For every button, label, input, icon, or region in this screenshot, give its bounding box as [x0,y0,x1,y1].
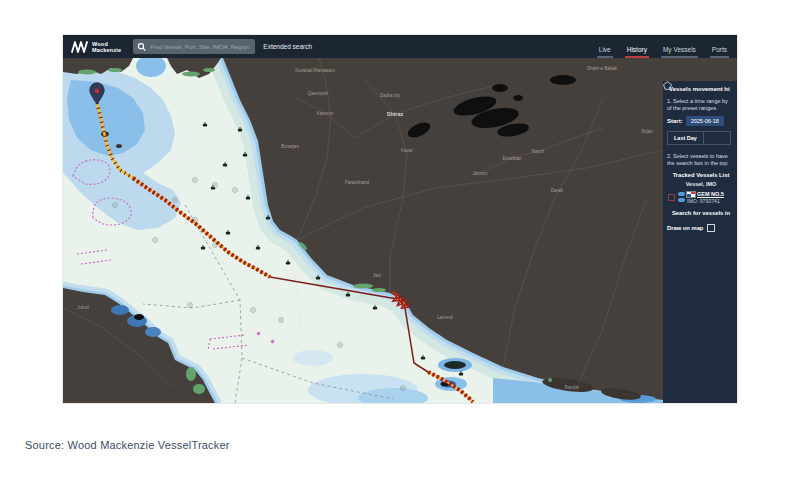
search-icon [136,42,148,52]
tab-history[interactable]: History [625,46,649,58]
extended-search-link[interactable]: Extended search [263,43,312,50]
search-input[interactable]: Find Vessel, Port, Site, IMO#, Region [133,39,255,54]
source-caption: Source: Wood Mackenzie VesselTracker [25,439,230,451]
step1-instructions: 1. Select a time range by of the preset … [667,98,737,111]
top-navbar: Wood Mackenzie Find Vessel, Port, Site, … [63,35,737,58]
search-placeholder: Find Vessel, Port, Site, IMO#, Region [150,44,249,50]
mode-tabs: Live History My Vessels Ports [591,35,735,58]
vessel-imo: IMO: 9793741 [687,198,724,204]
vesseltracker-window: Wood Mackenzie Find Vessel, Port, Site, … [63,35,737,403]
history-panel: Vessels movement hi 1. Select a time ran… [663,81,737,403]
start-date-input[interactable]: 2025-06-18 [686,116,724,126]
panel-title: Vessels movement hi [669,86,737,92]
draw-on-map-label: Draw on map [667,225,703,231]
preset-button-clipped[interactable] [704,131,731,145]
nautical-map[interactable]: Nurabad MamasaniQaemiyehSadra cityShiraz… [63,58,737,403]
start-date-label: Start: [667,118,683,124]
draw-polygon-icon[interactable] [663,81,672,90]
search-area-header: Search for vessels in [667,210,735,216]
panama-flag-icon [687,192,695,197]
vessel-imo-column-header: Vessel, IMO [667,181,735,187]
vessel-type-icons [678,191,685,203]
last-day-button[interactable]: Last Day [667,131,704,145]
vessel-checkbox[interactable] [668,194,675,201]
woodmackenzie-logo-icon [71,40,89,54]
tab-live[interactable]: Live [597,46,613,58]
map-canvas [63,58,737,403]
vessel-name-link[interactable]: GEM NO.5 [697,191,724,197]
step2-instructions: 2. Select vessels to have the search box… [667,153,737,166]
tracked-vessel-row[interactable]: GEM NO.5 IMO: 9793741 [668,191,737,204]
tab-my-vessels[interactable]: My Vessels [661,46,698,58]
draw-rectangle-icon[interactable] [707,224,715,232]
brand-name: Wood Mackenzie [92,41,121,53]
tracked-vessels-header: Tracked Vessels List [667,172,735,178]
tab-ports[interactable]: Ports [710,46,729,58]
